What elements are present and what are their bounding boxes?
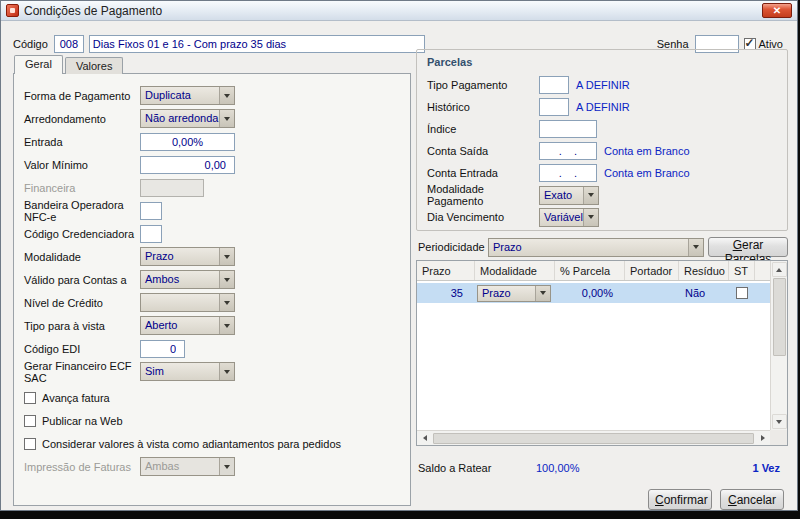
entrada-label: Entrada: [24, 136, 140, 148]
codigo-input[interactable]: [54, 35, 84, 53]
tab-geral[interactable]: Geral: [14, 55, 63, 74]
chevron-down-icon[interactable]: [535, 286, 550, 301]
dia-vencimento-label: Dia Vencimento: [427, 211, 539, 223]
chevron-down-icon[interactable]: [219, 294, 234, 311]
cell-residuo[interactable]: Não: [679, 287, 729, 299]
valido-contas-select[interactable]: Ambos: [140, 270, 235, 289]
impressao-faturas-value: Ambas: [141, 458, 219, 475]
tipo-pagamento-input[interactable]: [539, 76, 569, 94]
scroll-up-icon[interactable]: [772, 262, 787, 277]
form-row: Válido para Contas a Ambos: [24, 268, 402, 291]
tipo-vista-select[interactable]: Aberto: [140, 316, 235, 335]
form-row: Modalidade Pagamento Exato: [427, 184, 777, 206]
indice-input[interactable]: [539, 120, 597, 138]
form-row: Índice: [427, 118, 777, 140]
forma-pagamento-value: Duplicata: [141, 87, 219, 104]
chevron-down-icon[interactable]: [219, 317, 234, 334]
horizontal-scrollbar[interactable]: [417, 430, 770, 445]
historico-input[interactable]: [539, 98, 569, 116]
horizontal-scrollbar-thumb[interactable]: [433, 433, 754, 444]
form-row: Considerar valores à vista como adiantam…: [24, 432, 402, 455]
valido-contas-label: Válido para Contas a: [24, 274, 140, 286]
dia-vencimento-select[interactable]: Variável: [539, 208, 599, 227]
periodicidade-row: Periodicidade Prazo Gerar Parcelas: [418, 237, 788, 257]
form-row: Impressão de Faturas Ambas: [24, 455, 402, 478]
conta-saida-note: Conta em Branco: [604, 145, 690, 157]
nivel-credito-label: Nível de Crédito: [24, 297, 140, 309]
st-checkbox[interactable]: [736, 287, 748, 299]
vertical-scrollbar[interactable]: [770, 261, 787, 430]
col-header-modalidade[interactable]: Modalidade: [475, 261, 555, 280]
forma-pagamento-select[interactable]: Duplicata: [140, 86, 235, 105]
chevron-down-icon[interactable]: [219, 363, 234, 380]
valor-minimo-input[interactable]: [140, 156, 235, 174]
conta-saida-input[interactable]: [539, 142, 597, 160]
grid-header: Prazo Modalidade % Parcela Portador Resí…: [417, 261, 787, 281]
confirmar-button[interactable]: Confirmar: [648, 489, 712, 510]
modalidade-pagamento-select[interactable]: Exato: [539, 186, 599, 205]
entrada-input[interactable]: [140, 133, 235, 151]
chevron-down-icon[interactable]: [219, 110, 234, 127]
modalidade-pagamento-label: Modalidade Pagamento: [427, 183, 539, 207]
chevron-down-icon[interactable]: [219, 248, 234, 265]
historico-label: Histórico: [427, 101, 539, 113]
valor-minimo-label: Valor Mínimo: [24, 159, 140, 171]
modalidade-pagamento-value: Exato: [540, 187, 583, 204]
codigo-edi-input[interactable]: [140, 340, 185, 358]
codigo-credenciadora-input[interactable]: [140, 225, 162, 243]
modalidade-value: Prazo: [141, 248, 219, 265]
financeira-input: [140, 179, 204, 197]
nivel-credito-value: [141, 294, 219, 311]
vezes-value: 1 Vez: [752, 462, 788, 474]
col-header-residuo[interactable]: Resíduo: [679, 261, 729, 280]
considerar-adiantamentos-checkbox[interactable]: [24, 438, 36, 450]
cell-modalidade-select[interactable]: Prazo: [477, 285, 551, 302]
close-icon[interactable]: ✕: [762, 3, 792, 18]
parcelas-group: Parcelas Tipo Pagamento A DEFINIR Histór…: [416, 49, 788, 231]
window-title: Condições de Pagamento: [24, 4, 162, 18]
arredondamento-select[interactable]: Não arredonda: [140, 109, 235, 128]
chevron-down-icon[interactable]: [219, 87, 234, 104]
valido-contas-value: Ambos: [141, 271, 219, 288]
avanca-fatura-checkbox[interactable]: [24, 392, 36, 404]
tab-valores[interactable]: Valores: [65, 57, 123, 74]
grid-row[interactable]: 35 Prazo 0,00% Não: [417, 283, 770, 303]
nivel-credito-select[interactable]: [140, 293, 235, 312]
tipo-pagamento-note: A DEFINIR: [576, 79, 630, 91]
form-row: Arredondamento Não arredonda: [24, 107, 402, 130]
gerar-parcelas-button[interactable]: Gerar Parcelas: [708, 237, 788, 257]
ativo-checkbox[interactable]: [744, 38, 756, 50]
form-row: Tipo Pagamento A DEFINIR: [427, 74, 777, 96]
scroll-down-icon[interactable]: [772, 414, 787, 429]
form-row: Modalidade Prazo: [24, 245, 402, 268]
scroll-right-icon[interactable]: [755, 432, 770, 445]
conta-entrada-input[interactable]: [539, 164, 597, 182]
modalidade-select[interactable]: Prazo: [140, 247, 235, 266]
cell-parcela[interactable]: 0,00%: [555, 287, 625, 299]
form-row: Forma de Pagamento Duplicata: [24, 84, 402, 107]
col-header-st[interactable]: ST: [729, 261, 755, 280]
chevron-down-icon[interactable]: [583, 187, 598, 204]
title-bar[interactable]: Condições de Pagamento ✕: [1, 1, 797, 21]
periodicidade-select[interactable]: Prazo: [488, 238, 704, 257]
chevron-down-icon[interactable]: [583, 209, 598, 226]
periodicidade-label: Periodicidade: [418, 241, 488, 253]
historico-note: A DEFINIR: [576, 101, 630, 113]
form-row: Conta Saída Conta em Branco: [427, 140, 777, 162]
scroll-left-icon[interactable]: [417, 432, 432, 445]
vertical-scrollbar-thumb[interactable]: [773, 278, 786, 356]
cell-prazo[interactable]: 35: [417, 287, 475, 299]
chevron-down-icon[interactable]: [219, 271, 234, 288]
tipo-vista-label: Tipo para à vista: [24, 320, 140, 332]
col-header-portador[interactable]: Portador: [625, 261, 679, 280]
bandeira-operadora-input[interactable]: [140, 202, 162, 220]
ativo-label: Ativo: [759, 38, 783, 50]
gerar-ecf-sac-select[interactable]: Sim: [140, 362, 235, 381]
col-header-prazo[interactable]: Prazo: [417, 261, 475, 280]
col-header-parcela[interactable]: % Parcela: [555, 261, 625, 280]
form-row: Código Credenciadora: [24, 222, 402, 245]
publicar-web-checkbox[interactable]: [24, 415, 36, 427]
descricao-input[interactable]: [89, 35, 425, 53]
cancelar-button[interactable]: Cancelar: [720, 489, 784, 510]
chevron-down-icon[interactable]: [688, 239, 703, 256]
